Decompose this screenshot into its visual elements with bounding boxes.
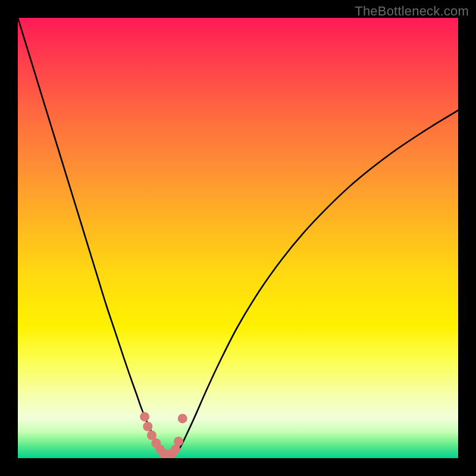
heatmap-gradient-background: [18, 18, 458, 458]
plot-area: [18, 18, 458, 458]
chart-frame: TheBottleneck.com: [0, 0, 476, 476]
watermark-text: TheBottleneck.com: [355, 4, 469, 19]
